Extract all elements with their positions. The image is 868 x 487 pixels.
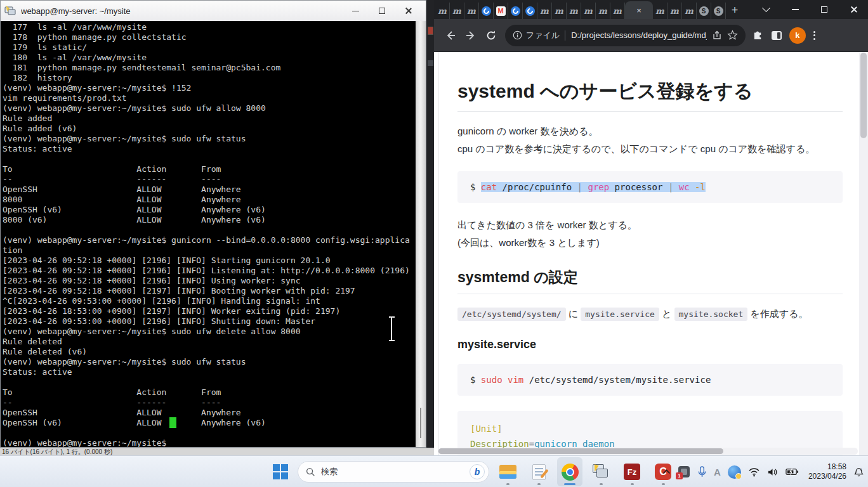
chrome-window: mmmMmmmmmm×mmmSS + ファイル D:/projects/less… <box>434 0 868 455</box>
tray-overflow-button[interactable] <box>662 469 671 474</box>
profile-avatar[interactable]: k <box>789 27 806 44</box>
code-token: /etc/systemd/system/ <box>457 308 566 321</box>
tab-globe[interactable]: S <box>711 3 726 19</box>
tab-md[interactable]: m <box>596 3 610 19</box>
taskbar-search-box[interactable]: 検索 b <box>298 461 489 483</box>
minimize-icon <box>352 11 359 11</box>
tray-app-sphere-icon[interactable] <box>728 465 741 479</box>
horizontal-scrollbar-thumb[interactable] <box>438 448 723 454</box>
address-bar[interactable]: ファイル D:/projects/lessons/deploy_guide/md… <box>505 25 746 46</box>
code-token: -l <box>695 182 706 192</box>
code-token: grep <box>588 182 609 192</box>
close-icon <box>405 7 412 15</box>
clock-time: 18:58 <box>808 462 846 472</box>
bookmark-button[interactable] <box>727 30 738 41</box>
running-indicator <box>506 483 510 485</box>
tab-md[interactable]: m <box>682 3 697 19</box>
code-block-vim[interactable]: $ sudo vim /etc/systemd/system/mysite.se… <box>457 364 843 396</box>
ime-indicator[interactable]: A <box>714 467 721 477</box>
tab-close-icon[interactable]: × <box>636 6 641 15</box>
microphone-icon <box>697 466 707 478</box>
taskbar-app-chrome[interactable] <box>557 457 582 486</box>
tab-search-button[interactable] <box>751 0 780 19</box>
bing-icon[interactable]: b <box>470 464 485 479</box>
tray-microphone[interactable] <box>697 466 707 478</box>
md-tab-icon: m <box>685 6 694 16</box>
putty-minimize-button[interactable] <box>342 1 369 21</box>
tab-blue[interactable] <box>508 3 523 19</box>
wifi-indicator[interactable] <box>748 467 760 477</box>
browser-maximize-button[interactable] <box>810 0 839 19</box>
terminal-screen[interactable]: 177 ls -al /var/www/mysite 178 python ma… <box>1 21 416 447</box>
page-content: systemd へのサービス登録をする gunicorn の worker 数を… <box>434 52 868 455</box>
code-token: と <box>659 308 674 319</box>
volume-indicator[interactable] <box>767 467 779 477</box>
terminal-scrollbar-thumb[interactable] <box>420 408 421 438</box>
tab-md[interactable]: m <box>653 3 667 19</box>
code-line: [Unit] <box>470 421 830 436</box>
speaker-icon <box>767 467 779 477</box>
vertical-scrollbar[interactable] <box>859 52 868 455</box>
taskbar-app-filezilla[interactable]: Fz <box>619 457 645 486</box>
url-text[interactable]: D:/projects/lessons/deploy_guide/md_file… <box>571 30 707 40</box>
md-tab-icon: m <box>467 6 476 16</box>
maximize-icon <box>821 6 827 13</box>
tab-md[interactable]: m <box>537 3 552 19</box>
code-token: | <box>577 182 582 192</box>
new-tab-button[interactable]: + <box>726 1 744 19</box>
putty-maximize-button[interactable] <box>369 1 395 21</box>
code-token: processor <box>609 182 668 192</box>
tab-md[interactable]: m <box>567 3 581 19</box>
putty-close-button[interactable] <box>395 1 422 21</box>
tab-blue[interactable] <box>523 3 537 19</box>
blue-tab-icon <box>511 6 520 16</box>
tab-md[interactable]: m <box>610 3 625 19</box>
tray-notification-app[interactable]: 1 <box>678 465 690 478</box>
putty-app-icon <box>4 6 16 16</box>
code-block-cpuinfo[interactable]: $ cat /proc/cpuinfo | grep processor | w… <box>457 171 843 203</box>
reload-button[interactable] <box>481 25 501 46</box>
maximize-icon <box>379 8 385 14</box>
forward-arrow-icon <box>465 30 477 41</box>
tab-md[interactable]: m <box>464 3 479 19</box>
tab-gmail[interactable]: M <box>494 3 508 19</box>
focus-assist-bell[interactable]: z <box>853 467 864 477</box>
tab-globe[interactable]: S <box>697 3 711 19</box>
tab-md[interactable]: m <box>667 3 682 19</box>
windows-logo-icon <box>273 464 288 479</box>
extensions-button[interactable] <box>752 28 764 42</box>
vertical-scrollbar-thumb[interactable] <box>860 53 867 138</box>
taskbar-app-notepad[interactable] <box>526 457 551 486</box>
md-tab-icon: m <box>438 6 447 16</box>
chevron-up-icon <box>662 469 671 474</box>
url-separator <box>565 30 565 41</box>
tab-md[interactable]: m <box>450 3 464 19</box>
tab-active[interactable]: × <box>625 1 653 19</box>
tab-blue[interactable] <box>479 3 494 19</box>
browser-close-button[interactable] <box>839 0 868 19</box>
tab-md[interactable]: m <box>581 3 596 19</box>
browser-minimize-button[interactable] <box>780 0 810 19</box>
taskbar-app-explorer[interactable] <box>495 457 520 486</box>
horizontal-scrollbar[interactable] <box>438 448 858 455</box>
subsection-mysite-service: mysite.service <box>457 338 843 351</box>
running-indicator <box>600 483 603 485</box>
tab-md[interactable]: m <box>435 3 450 19</box>
md-tab-icon: m <box>670 6 679 16</box>
code-token: cat <box>481 182 497 192</box>
taskbar-app-putty[interactable] <box>588 457 614 486</box>
filezilla-icon: Fz <box>624 464 640 480</box>
code-token: $ <box>470 375 481 385</box>
terminal-scrollbar[interactable] <box>416 21 426 447</box>
battery-indicator[interactable] <box>786 468 799 476</box>
taskbar-clock[interactable]: 18:58 2023/04/26 <box>806 462 846 481</box>
intro-line-1: gunicorn の worker 数を決める。 <box>457 123 843 140</box>
start-button[interactable] <box>269 459 292 484</box>
tab-md[interactable]: m <box>552 3 567 19</box>
forward-button[interactable] <box>461 25 481 46</box>
share-button[interactable] <box>712 30 722 41</box>
putty-titlebar[interactable]: webapp@my-server: ~/mysite <box>1 1 426 21</box>
side-panel-icon[interactable] <box>772 31 782 40</box>
back-button[interactable] <box>440 25 461 46</box>
browser-menu-button[interactable] <box>813 31 815 40</box>
